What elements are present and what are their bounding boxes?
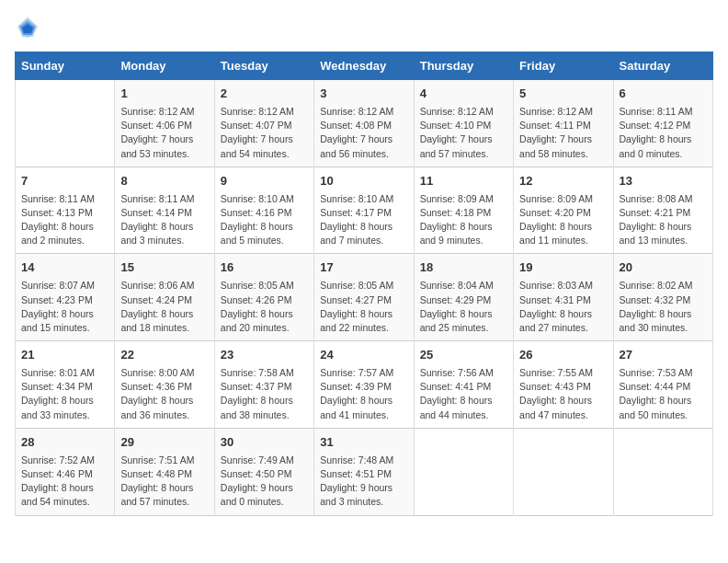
day-info: Sunrise: 8:11 AM Sunset: 4:12 PM Dayligh… xyxy=(620,105,707,161)
day-info: Sunrise: 8:10 AM Sunset: 4:17 PM Dayligh… xyxy=(320,192,407,248)
weekday-header: Sunday xyxy=(16,52,115,80)
calendar-cell: 5Sunrise: 8:12 AM Sunset: 4:11 PM Daylig… xyxy=(514,80,613,167)
weekday-header: Tuesday xyxy=(214,52,313,80)
calendar-cell: 16Sunrise: 8:05 AM Sunset: 4:26 PM Dayli… xyxy=(214,254,313,341)
calendar-cell xyxy=(16,80,115,167)
calendar-cell: 13Sunrise: 8:08 AM Sunset: 4:21 PM Dayli… xyxy=(613,167,712,254)
day-info: Sunrise: 8:11 AM Sunset: 4:14 PM Dayligh… xyxy=(120,192,208,248)
weekday-header: Monday xyxy=(115,52,214,80)
day-number: 19 xyxy=(519,259,607,277)
calendar-week-row: 1Sunrise: 8:12 AM Sunset: 4:06 PM Daylig… xyxy=(16,80,713,167)
day-info: Sunrise: 8:12 AM Sunset: 4:10 PM Dayligh… xyxy=(420,105,507,161)
day-number: 16 xyxy=(221,259,308,277)
day-info: Sunrise: 7:56 AM Sunset: 4:41 PM Dayligh… xyxy=(420,366,507,422)
calendar-week-row: 21Sunrise: 8:01 AM Sunset: 4:34 PM Dayli… xyxy=(16,341,713,429)
day-info: Sunrise: 8:12 AM Sunset: 4:06 PM Dayligh… xyxy=(120,105,208,161)
day-number: 29 xyxy=(120,434,208,452)
day-info: Sunrise: 8:09 AM Sunset: 4:18 PM Dayligh… xyxy=(420,192,507,248)
calendar-cell: 2Sunrise: 8:12 AM Sunset: 4:07 PM Daylig… xyxy=(214,80,313,167)
day-number: 15 xyxy=(120,259,208,277)
day-info: Sunrise: 8:11 AM Sunset: 4:13 PM Dayligh… xyxy=(21,192,108,248)
logo-icon xyxy=(15,15,40,40)
day-number: 25 xyxy=(420,347,507,364)
day-number: 12 xyxy=(519,173,607,190)
logo xyxy=(15,15,44,40)
day-info: Sunrise: 7:48 AM Sunset: 4:51 PM Dayligh… xyxy=(320,454,407,510)
day-info: Sunrise: 8:07 AM Sunset: 4:23 PM Dayligh… xyxy=(21,279,108,335)
calendar-cell: 8Sunrise: 8:11 AM Sunset: 4:14 PM Daylig… xyxy=(115,167,214,254)
day-info: Sunrise: 8:01 AM Sunset: 4:34 PM Dayligh… xyxy=(21,366,108,422)
day-info: Sunrise: 8:00 AM Sunset: 4:36 PM Dayligh… xyxy=(120,366,208,422)
day-number: 14 xyxy=(21,259,108,277)
calendar-cell: 12Sunrise: 8:09 AM Sunset: 4:20 PM Dayli… xyxy=(514,167,613,254)
calendar-cell: 24Sunrise: 7:57 AM Sunset: 4:39 PM Dayli… xyxy=(314,341,414,429)
day-number: 23 xyxy=(221,347,308,364)
day-number: 28 xyxy=(21,434,108,452)
day-number: 22 xyxy=(120,347,208,364)
day-number: 1 xyxy=(120,86,208,103)
weekday-header: Friday xyxy=(514,52,613,80)
day-info: Sunrise: 8:12 AM Sunset: 4:11 PM Dayligh… xyxy=(519,105,607,161)
calendar-cell: 22Sunrise: 8:00 AM Sunset: 4:36 PM Dayli… xyxy=(115,341,214,429)
calendar-cell: 31Sunrise: 7:48 AM Sunset: 4:51 PM Dayli… xyxy=(314,428,414,515)
day-info: Sunrise: 7:51 AM Sunset: 4:48 PM Dayligh… xyxy=(120,454,208,510)
day-number: 31 xyxy=(320,434,407,452)
calendar-cell: 28Sunrise: 7:52 AM Sunset: 4:46 PM Dayli… xyxy=(16,428,115,515)
calendar-cell: 6Sunrise: 8:11 AM Sunset: 4:12 PM Daylig… xyxy=(613,80,712,167)
calendar-cell xyxy=(613,428,712,515)
weekday-header: Thursday xyxy=(414,52,513,80)
day-number: 2 xyxy=(221,86,308,103)
calendar-week-row: 28Sunrise: 7:52 AM Sunset: 4:46 PM Dayli… xyxy=(16,428,713,515)
calendar-table: SundayMondayTuesdayWednesdayThursdayFrid… xyxy=(15,52,713,516)
day-number: 27 xyxy=(620,347,707,364)
calendar-cell: 14Sunrise: 8:07 AM Sunset: 4:23 PM Dayli… xyxy=(16,254,115,341)
calendar-cell xyxy=(514,428,613,515)
day-info: Sunrise: 7:53 AM Sunset: 4:44 PM Dayligh… xyxy=(620,366,707,422)
calendar-cell: 7Sunrise: 8:11 AM Sunset: 4:13 PM Daylig… xyxy=(16,167,115,254)
calendar-cell: 26Sunrise: 7:55 AM Sunset: 4:43 PM Dayli… xyxy=(514,341,613,429)
day-info: Sunrise: 8:10 AM Sunset: 4:16 PM Dayligh… xyxy=(221,192,308,248)
calendar-cell: 18Sunrise: 8:04 AM Sunset: 4:29 PM Dayli… xyxy=(414,254,513,341)
day-number: 13 xyxy=(620,173,707,190)
page-header xyxy=(15,15,713,40)
calendar-cell xyxy=(414,428,513,515)
day-number: 10 xyxy=(320,173,407,190)
weekday-header-row: SundayMondayTuesdayWednesdayThursdayFrid… xyxy=(16,52,713,80)
day-number: 30 xyxy=(221,434,308,452)
calendar-cell: 20Sunrise: 8:02 AM Sunset: 4:32 PM Dayli… xyxy=(613,254,712,341)
day-info: Sunrise: 8:03 AM Sunset: 4:31 PM Dayligh… xyxy=(519,279,607,335)
day-number: 17 xyxy=(320,259,407,277)
day-info: Sunrise: 8:09 AM Sunset: 4:20 PM Dayligh… xyxy=(519,192,607,248)
day-info: Sunrise: 7:57 AM Sunset: 4:39 PM Dayligh… xyxy=(320,366,407,422)
calendar-week-row: 14Sunrise: 8:07 AM Sunset: 4:23 PM Dayli… xyxy=(16,254,713,341)
calendar-cell: 23Sunrise: 7:58 AM Sunset: 4:37 PM Dayli… xyxy=(214,341,313,429)
day-info: Sunrise: 8:08 AM Sunset: 4:21 PM Dayligh… xyxy=(620,192,707,248)
day-number: 8 xyxy=(120,173,208,190)
day-info: Sunrise: 8:05 AM Sunset: 4:26 PM Dayligh… xyxy=(221,279,308,335)
day-number: 21 xyxy=(21,347,108,364)
day-number: 18 xyxy=(420,259,507,277)
calendar-cell: 10Sunrise: 8:10 AM Sunset: 4:17 PM Dayli… xyxy=(314,167,414,254)
calendar-cell: 29Sunrise: 7:51 AM Sunset: 4:48 PM Dayli… xyxy=(115,428,214,515)
day-number: 6 xyxy=(620,86,707,103)
day-info: Sunrise: 7:58 AM Sunset: 4:37 PM Dayligh… xyxy=(221,366,308,422)
day-number: 5 xyxy=(519,86,607,103)
weekday-header: Wednesday xyxy=(314,52,414,80)
calendar-cell: 27Sunrise: 7:53 AM Sunset: 4:44 PM Dayli… xyxy=(613,341,712,429)
day-info: Sunrise: 7:52 AM Sunset: 4:46 PM Dayligh… xyxy=(21,454,108,510)
calendar-cell: 3Sunrise: 8:12 AM Sunset: 4:08 PM Daylig… xyxy=(314,80,414,167)
day-number: 7 xyxy=(21,173,108,190)
day-info: Sunrise: 8:04 AM Sunset: 4:29 PM Dayligh… xyxy=(420,279,507,335)
day-info: Sunrise: 7:49 AM Sunset: 4:50 PM Dayligh… xyxy=(221,454,308,510)
calendar-cell: 17Sunrise: 8:05 AM Sunset: 4:27 PM Dayli… xyxy=(314,254,414,341)
calendar-cell: 15Sunrise: 8:06 AM Sunset: 4:24 PM Dayli… xyxy=(115,254,214,341)
day-number: 24 xyxy=(320,347,407,364)
day-number: 11 xyxy=(420,173,507,190)
day-number: 26 xyxy=(519,347,607,364)
calendar-cell: 9Sunrise: 8:10 AM Sunset: 4:16 PM Daylig… xyxy=(214,167,313,254)
day-number: 4 xyxy=(420,86,507,103)
day-info: Sunrise: 8:05 AM Sunset: 4:27 PM Dayligh… xyxy=(320,279,407,335)
weekday-header: Saturday xyxy=(613,52,712,80)
calendar-cell: 25Sunrise: 7:56 AM Sunset: 4:41 PM Dayli… xyxy=(414,341,513,429)
day-number: 3 xyxy=(320,86,407,103)
